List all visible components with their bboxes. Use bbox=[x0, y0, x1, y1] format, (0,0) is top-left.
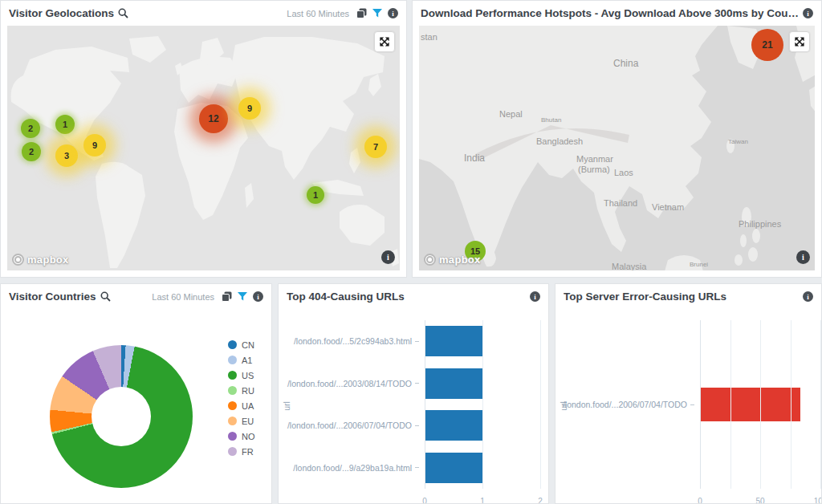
bar[interactable] bbox=[425, 453, 482, 483]
bar-row: /london.food/...5/2c994ab3.html bbox=[279, 326, 543, 356]
legend-item[interactable]: CN bbox=[228, 337, 255, 352]
y-axis-tick bbox=[415, 425, 419, 426]
map-place-label: India bbox=[464, 152, 485, 164]
expand-icon[interactable] bbox=[789, 31, 810, 52]
map-place-label: Myanmar bbox=[576, 154, 613, 164]
x-axis-tick-label: 1 bbox=[480, 497, 485, 504]
gridline bbox=[820, 320, 821, 489]
visitor-geolocations-map[interactable]: 2123912971 mapbox i bbox=[7, 26, 400, 270]
map-place-label: Brunei bbox=[690, 261, 708, 268]
map-place-label: Bhutan bbox=[541, 116, 561, 124]
copy-icon[interactable] bbox=[356, 8, 367, 18]
gridline bbox=[730, 320, 731, 489]
panel-visitor-countries: Visitor Countries Last 60 Minutes i CNA1… bbox=[0, 283, 272, 504]
legend-item[interactable]: A1 bbox=[228, 352, 255, 368]
time-range-label: Last 60 Minutes bbox=[152, 292, 214, 302]
map-cluster-marker[interactable]: 12 bbox=[199, 104, 228, 133]
visitor-countries-donut-chart[interactable] bbox=[50, 345, 193, 488]
x-axis-tick-label: 2 bbox=[538, 497, 543, 504]
legend-label: CN bbox=[242, 340, 254, 350]
mapbox-icon bbox=[12, 254, 24, 266]
panel-title: Visitor Geolocations bbox=[9, 7, 114, 19]
map-cluster-marker[interactable]: 3 bbox=[55, 144, 78, 167]
map-cluster-marker[interactable]: 21 bbox=[751, 29, 783, 61]
panel-header: Top Server Error-Causing URLs i bbox=[555, 284, 821, 309]
gridline bbox=[700, 320, 701, 489]
expand-icon[interactable] bbox=[374, 31, 395, 52]
legend-swatch bbox=[228, 401, 237, 410]
copy-icon[interactable] bbox=[222, 291, 232, 302]
legend-item[interactable]: RU bbox=[228, 383, 255, 398]
panel-title: Visitor Countries bbox=[9, 291, 96, 303]
map-place-label: Vietnam bbox=[652, 202, 684, 212]
bar-rows: /london.food/...5/2c994ab3.html/london.f… bbox=[279, 320, 543, 489]
mapbox-logo[interactable]: mapbox bbox=[424, 254, 481, 266]
map-place-label: Bangladesh bbox=[536, 136, 583, 146]
panel-download-hotspots: Download Performance Hotspots - Avg Down… bbox=[412, 0, 822, 278]
gridline bbox=[482, 320, 483, 489]
map-place-label: stan bbox=[421, 32, 437, 42]
bar-chart-404: url /london.food/...5/2c994ab3.html/lond… bbox=[279, 309, 543, 503]
map-cluster-marker[interactable]: 2 bbox=[21, 119, 40, 138]
info-icon[interactable]: i bbox=[803, 291, 813, 302]
x-axis-tick-label: 0 bbox=[698, 497, 702, 504]
mapbox-logo[interactable]: mapbox bbox=[12, 254, 69, 266]
legend-item[interactable]: EU bbox=[228, 413, 255, 429]
panel-header: Download Performance Hotspots - Avg Down… bbox=[413, 1, 821, 26]
map-cluster-marker[interactable]: 2 bbox=[22, 142, 41, 161]
legend-swatch bbox=[228, 417, 237, 425]
legend-label: RU bbox=[242, 386, 254, 396]
bar-rows: /london.food/...2006/07/04/TODO bbox=[555, 320, 816, 489]
bar-category-label: /london.food/...2003/08/14/TODO bbox=[279, 379, 412, 388]
legend-item[interactable]: UA bbox=[228, 398, 255, 413]
info-icon[interactable]: i bbox=[530, 291, 540, 302]
x-axis-tick-label: 50 bbox=[755, 497, 764, 504]
legend-item[interactable]: NO bbox=[228, 429, 255, 444]
map-place-label: Philippines bbox=[739, 219, 781, 229]
mapbox-icon bbox=[424, 254, 436, 266]
legend-swatch bbox=[228, 356, 237, 364]
bar-row: /london.food/...2003/08/14/TODO bbox=[279, 368, 543, 399]
legend-swatch bbox=[228, 340, 237, 349]
info-icon[interactable]: i bbox=[388, 8, 398, 18]
bar-row: /london.food/...2006/07/04/TODO bbox=[279, 410, 543, 441]
legend-label: UA bbox=[242, 401, 254, 411]
map-cluster-marker[interactable]: 9 bbox=[83, 134, 106, 156]
legend-label: US bbox=[242, 371, 254, 380]
legend-label: EU bbox=[242, 417, 254, 426]
bar-category-label: /london.food/...2006/07/04/TODO bbox=[555, 400, 687, 409]
map-cluster-marker[interactable]: 9 bbox=[238, 97, 261, 120]
legend-label: NO bbox=[242, 432, 255, 441]
chart-legend: CNA1USRUUAEUNOFR bbox=[228, 337, 255, 459]
bar-category-label: /london.food/...9/a29ba19a.html bbox=[279, 463, 412, 473]
legend-item[interactable]: FR bbox=[228, 444, 255, 459]
map-place-label: (Burma) bbox=[578, 165, 610, 174]
y-axis-tick bbox=[690, 404, 694, 405]
filter-icon[interactable] bbox=[238, 292, 247, 301]
legend-item[interactable]: US bbox=[228, 368, 255, 383]
magnifier-icon[interactable] bbox=[118, 8, 128, 18]
map-place-label: Laos bbox=[614, 168, 633, 177]
bar-category-label: /london.food/...2006/07/04/TODO bbox=[279, 421, 412, 430]
info-icon[interactable]: i bbox=[253, 291, 263, 302]
gridline bbox=[540, 320, 541, 489]
legend-label: FR bbox=[242, 447, 254, 457]
map-cluster-marker[interactable]: 7 bbox=[364, 136, 387, 158]
bar-chart-server-errors: url /london.food/...2006/07/04/TODO 0501… bbox=[555, 309, 816, 503]
download-hotspots-map[interactable]: stanChinaNepalBhutanBangladeshIndiaMyanm… bbox=[419, 26, 815, 270]
filter-icon[interactable] bbox=[372, 9, 382, 18]
magnifier-icon[interactable] bbox=[100, 291, 111, 302]
map-cluster-marker[interactable]: 1 bbox=[55, 115, 75, 134]
map-attribution-info-icon[interactable]: i bbox=[796, 250, 810, 264]
map-cluster-marker[interactable]: 1 bbox=[307, 186, 324, 204]
bar[interactable] bbox=[425, 410, 482, 441]
map-attribution-info-icon[interactable]: i bbox=[381, 250, 395, 264]
panel-header: Visitor Countries Last 60 Minutes i bbox=[1, 284, 271, 309]
bar[interactable] bbox=[700, 388, 800, 421]
bar-row: /london.food/...9/a29ba19a.html bbox=[279, 453, 543, 483]
bar[interactable] bbox=[425, 326, 482, 356]
y-axis-tick bbox=[415, 341, 419, 342]
bar[interactable] bbox=[425, 368, 482, 399]
info-icon[interactable]: i bbox=[803, 8, 813, 18]
x-axis-tick-label: 100 bbox=[814, 497, 822, 504]
